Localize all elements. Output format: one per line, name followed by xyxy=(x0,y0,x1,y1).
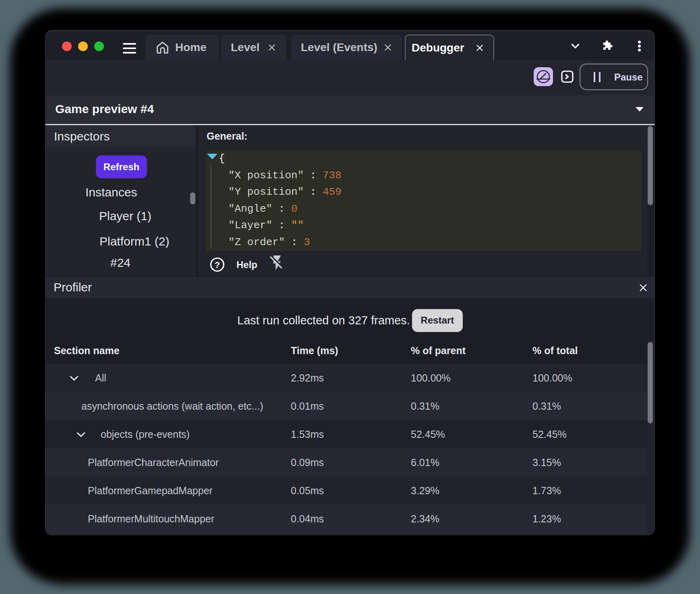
svg-text:?: ? xyxy=(215,260,220,270)
